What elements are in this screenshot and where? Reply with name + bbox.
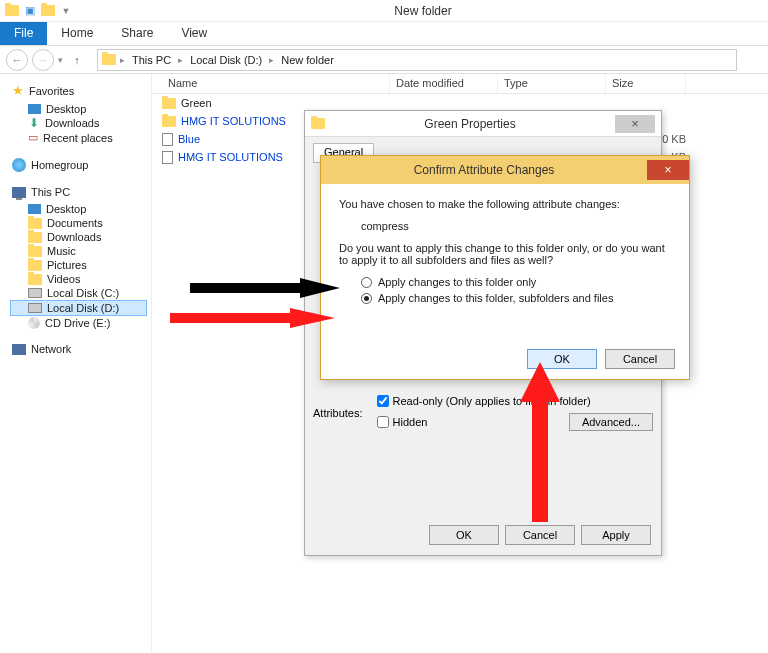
sidebar-item-ddrive[interactable]: Local Disk (D:) xyxy=(10,300,147,316)
homegroup-icon xyxy=(12,158,26,172)
radio-icon xyxy=(361,293,372,304)
radio-icon xyxy=(361,277,372,288)
confirm-text2: Do you want to apply this change to this… xyxy=(339,242,671,266)
sidebar-item-pictures[interactable]: Pictures xyxy=(10,258,147,272)
pc-icon xyxy=(12,187,26,198)
desktop-icon xyxy=(28,104,41,114)
readonly-checkbox[interactable]: Read-only (Only applies to files in fold… xyxy=(377,395,653,407)
drive-icon xyxy=(28,288,42,298)
address-bar[interactable]: ▸ This PC ▸ Local Disk (D:) ▸ New folder xyxy=(97,49,737,71)
properties-title: Green Properties xyxy=(325,117,615,131)
folder-icon xyxy=(102,54,116,65)
close-button[interactable]: × xyxy=(647,160,689,180)
ok-button[interactable]: OK xyxy=(527,349,597,369)
col-name[interactable]: Name xyxy=(162,74,390,93)
sidebar-item-recent[interactable]: ▭Recent places xyxy=(10,130,147,145)
sidebar-item-videos[interactable]: Videos xyxy=(10,272,147,286)
folder-icon xyxy=(311,118,325,129)
radio-subfolders[interactable]: Apply changes to this folder, subfolders… xyxy=(361,292,671,304)
confirm-titlebar[interactable]: Confirm Attribute Changes × xyxy=(321,156,689,184)
sidebar-item-cddrive[interactable]: CD Drive (E:) xyxy=(10,316,147,330)
sidebar-item-desktop[interactable]: Desktop xyxy=(10,102,147,116)
tab-view[interactable]: View xyxy=(167,22,221,45)
sidebar-homegroup[interactable]: Homegroup xyxy=(10,157,147,173)
advanced-button[interactable]: Advanced... xyxy=(569,413,653,431)
file-icon xyxy=(162,151,173,164)
folder-icon xyxy=(162,116,176,127)
desktop-icon xyxy=(28,204,41,214)
up-button[interactable]: ↑ xyxy=(67,50,87,70)
chevron-right-icon[interactable]: ▸ xyxy=(269,55,274,65)
sidebar-item-music[interactable]: Music xyxy=(10,244,147,258)
crumb-drive[interactable]: Local Disk (D:) xyxy=(187,53,265,67)
recent-icon: ▭ xyxy=(28,131,38,144)
cancel-button[interactable]: Cancel xyxy=(605,349,675,369)
folder-icon xyxy=(28,218,42,229)
folder-icon xyxy=(28,260,42,271)
sidebar-item-cdrive[interactable]: Local Disk (C:) xyxy=(10,286,147,300)
sidebar-network[interactable]: Network xyxy=(10,342,147,356)
col-date[interactable]: Date modified xyxy=(390,74,498,93)
col-type[interactable]: Type xyxy=(498,74,606,93)
back-button[interactable]: ← xyxy=(6,49,28,71)
confirm-title: Confirm Attribute Changes xyxy=(321,163,647,177)
folder-icon xyxy=(162,98,176,109)
chevron-right-icon[interactable]: ▸ xyxy=(120,55,125,65)
nav-sidebar: ★Favorites Desktop ⬇Downloads ▭Recent pl… xyxy=(0,74,152,653)
window-title: New folder xyxy=(78,4,768,18)
tab-share[interactable]: Share xyxy=(107,22,167,45)
star-icon: ★ xyxy=(12,83,24,98)
confirm-change: compress xyxy=(361,220,671,232)
ok-button[interactable]: OK xyxy=(429,525,499,545)
file-icon xyxy=(162,133,173,146)
sidebar-thispc[interactable]: This PC xyxy=(10,185,147,199)
crumb-thispc[interactable]: This PC xyxy=(129,53,174,67)
cd-icon xyxy=(28,317,40,329)
crumb-folder[interactable]: New folder xyxy=(278,53,337,67)
sidebar-item-documents[interactable]: Documents xyxy=(10,216,147,230)
network-icon xyxy=(12,344,26,355)
sidebar-favorites[interactable]: ★Favorites xyxy=(10,82,147,99)
download-icon: ⬇ xyxy=(28,117,40,129)
folder-icon xyxy=(28,246,42,257)
apply-button[interactable]: Apply xyxy=(581,525,651,545)
tab-file[interactable]: File xyxy=(0,22,47,45)
confirm-text: You have chosen to make the following at… xyxy=(339,198,671,210)
sidebar-item-downloads2[interactable]: Downloads xyxy=(10,230,147,244)
ribbon: File Home Share View xyxy=(0,22,768,46)
cancel-button[interactable]: Cancel xyxy=(505,525,575,545)
confirm-dialog: Confirm Attribute Changes × You have cho… xyxy=(320,155,690,380)
attributes-label: Attributes: xyxy=(313,407,363,419)
tab-home[interactable]: Home xyxy=(47,22,107,45)
window-titlebar: ▣ ▼ New folder xyxy=(0,0,768,22)
sidebar-item-desktop2[interactable]: Desktop xyxy=(10,202,147,216)
col-size[interactable]: Size xyxy=(606,74,686,93)
chevron-right-icon[interactable]: ▸ xyxy=(178,55,183,65)
folder-icon xyxy=(28,274,42,285)
close-button[interactable]: × xyxy=(615,115,655,133)
hidden-checkbox[interactable]: Hidden xyxy=(377,416,428,428)
radio-folder-only[interactable]: Apply changes to this folder only xyxy=(361,276,671,288)
sidebar-item-downloads[interactable]: ⬇Downloads xyxy=(10,116,147,130)
forward-button[interactable]: → xyxy=(32,49,54,71)
properties-icon[interactable]: ▣ xyxy=(22,3,38,19)
nav-bar: ← → ▾ ↑ ▸ This PC ▸ Local Disk (D:) ▸ Ne… xyxy=(0,46,768,74)
column-headers: Name Date modified Type Size xyxy=(152,74,768,94)
folder-icon xyxy=(4,3,20,19)
folder-icon xyxy=(28,232,42,243)
recent-dropdown-icon[interactable]: ▾ xyxy=(58,55,63,65)
qat-dropdown-icon[interactable]: ▼ xyxy=(58,3,74,19)
properties-titlebar[interactable]: Green Properties × xyxy=(305,111,661,137)
drive-icon xyxy=(28,303,42,313)
new-folder-icon[interactable] xyxy=(40,3,56,19)
